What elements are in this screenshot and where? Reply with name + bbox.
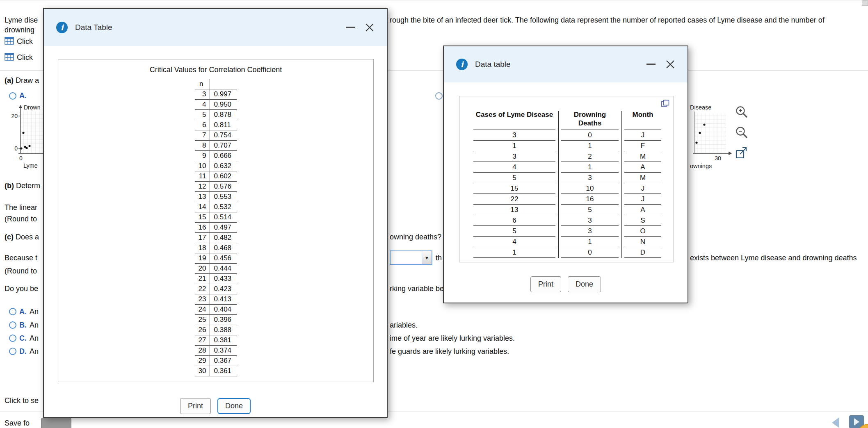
cell-n: 19 xyxy=(195,253,210,264)
question-fragment: owning deaths? xyxy=(390,232,441,241)
minimize-button[interactable] xyxy=(645,62,657,67)
minimize-icon xyxy=(346,27,355,28)
expand-graph-icon[interactable] xyxy=(735,146,749,160)
table-row: 5 3 M xyxy=(473,173,661,183)
cell-critical-value: 0.433 xyxy=(210,274,237,284)
choice-c-letter: C. xyxy=(19,334,27,342)
close-button[interactable] xyxy=(664,58,677,71)
cell-cases: 4 xyxy=(473,162,555,173)
plot-option-a-letter: A. xyxy=(19,91,27,100)
radio-choice-d[interactable] xyxy=(9,348,16,355)
cell-deaths: 0 xyxy=(561,130,619,141)
dialog-actions: Print Done xyxy=(44,398,387,414)
section-a-marker: (a) xyxy=(5,76,14,84)
info-icon: i xyxy=(456,59,468,70)
close-icon xyxy=(365,23,375,32)
table-row: 12 0.576 xyxy=(195,182,237,192)
save-button-fragment[interactable] xyxy=(41,418,71,428)
scrollbar[interactable] xyxy=(862,0,868,6)
cell-n: 16 xyxy=(195,223,210,233)
table-body: 3 0.997 4 0.950 5 0.878 xyxy=(195,89,237,376)
choice-c-label: C.An xyxy=(19,334,39,343)
cell-cases: 15 xyxy=(473,183,555,194)
column-header-deaths: Drowning Deaths xyxy=(561,110,619,130)
because-fragment: Because t xyxy=(5,253,37,262)
table-row: 23 0.413 xyxy=(195,294,237,305)
previous-button[interactable] xyxy=(832,417,839,428)
do-you-fragment: Do you be xyxy=(5,284,38,293)
choice-a-text: An xyxy=(30,307,39,316)
table-row: 13 5 A xyxy=(473,205,661,215)
chevron-down-icon[interactable]: ▼ xyxy=(422,251,432,264)
table-row: 3 0 J xyxy=(473,130,661,141)
table-row: 27 0.381 xyxy=(195,335,237,346)
radio-choice-b[interactable] xyxy=(9,321,16,329)
after-dropdown-fragment: th xyxy=(436,253,442,262)
done-button[interactable]: Done xyxy=(568,276,601,292)
critical-values-panel: Critical Values for Correlation Coeffici… xyxy=(58,59,374,382)
cell-n: 13 xyxy=(195,192,210,202)
minimize-button[interactable] xyxy=(344,25,356,30)
radio-plot-option-b[interactable] xyxy=(435,92,443,100)
cell-cases: 1 xyxy=(473,247,555,258)
table-row: 17 0.482 xyxy=(195,233,237,243)
data-table-icon[interactable] xyxy=(5,37,14,45)
click-link-1[interactable]: Click xyxy=(17,37,33,46)
close-button[interactable] xyxy=(363,21,376,34)
cell-n: 15 xyxy=(195,212,210,223)
table-row: 5 0.878 xyxy=(195,110,237,120)
cell-n: 7 xyxy=(195,130,210,141)
cell-n: 21 xyxy=(195,274,210,284)
zoom-in-icon[interactable] xyxy=(735,105,749,119)
critical-values-dialog: i Data Table Critical Values for Correla… xyxy=(43,8,388,418)
print-button[interactable]: Print xyxy=(530,276,561,292)
column-header-month: Month xyxy=(624,110,661,130)
answer-dropdown-value xyxy=(391,251,422,264)
table-row: 1 1 F xyxy=(473,141,661,151)
cell-critical-value: 0.602 xyxy=(210,171,237,182)
print-button[interactable]: Print xyxy=(180,398,211,414)
cell-n: 9 xyxy=(195,151,210,161)
table-row: 4 0.950 xyxy=(195,100,237,110)
done-button[interactable]: Done xyxy=(217,398,251,414)
cell-n: 6 xyxy=(195,120,210,130)
radio-choice-c[interactable] xyxy=(9,335,16,342)
choice-a-letter: A. xyxy=(19,307,27,316)
cell-critical-value: 0.514 xyxy=(210,212,237,223)
cell-critical-value: 0.361 xyxy=(210,366,237,376)
table-row: 30 0.361 xyxy=(195,366,237,376)
cell-month: J xyxy=(624,194,661,205)
column-header-cases: Cases of Lyme Disease xyxy=(473,110,555,130)
close-icon xyxy=(665,59,675,69)
table-row: 28 0.374 xyxy=(195,346,237,356)
table-header-row: n xyxy=(195,79,237,89)
dialog-title: Data Table xyxy=(75,23,112,32)
cell-deaths: 16 xyxy=(561,194,619,205)
table-row: 10 0.632 xyxy=(195,161,237,171)
click-link-2[interactable]: Click xyxy=(17,53,33,62)
round-note-fragment: (Round to xyxy=(5,266,37,275)
answer-dropdown[interactable]: ▼ xyxy=(390,250,432,265)
cell-critical-value: 0.413 xyxy=(210,294,237,305)
cell-deaths: 3 xyxy=(561,215,619,226)
click-select-fragment: Click to se xyxy=(5,396,39,405)
choice-c-right-fragment: ime of year are likely lurking variables… xyxy=(390,334,515,343)
cell-critical-value: 0.878 xyxy=(210,110,237,120)
cell-n: 23 xyxy=(195,294,210,305)
radio-plot-option-a[interactable] xyxy=(9,92,16,100)
table-row: 19 0.456 xyxy=(195,253,237,264)
cell-month: A xyxy=(624,205,661,215)
cell-critical-value: 0.444 xyxy=(210,264,237,274)
cell-critical-value: 0.396 xyxy=(210,315,237,325)
table-row: 4 1 N xyxy=(473,237,661,247)
section-c-text: Does a xyxy=(16,233,39,241)
data-table-icon[interactable] xyxy=(5,53,14,61)
radio-choice-a[interactable] xyxy=(9,308,16,315)
zoom-out-icon[interactable] xyxy=(735,125,749,139)
dialog-header: i Data Table xyxy=(44,9,387,46)
dialog-header: i Data table xyxy=(444,46,688,82)
table-row: 13 0.553 xyxy=(195,192,237,202)
table-row: 20 0.444 xyxy=(195,264,237,274)
problem-text-fragment: Lyme dise xyxy=(5,16,38,25)
popout-icon[interactable] xyxy=(661,100,669,107)
